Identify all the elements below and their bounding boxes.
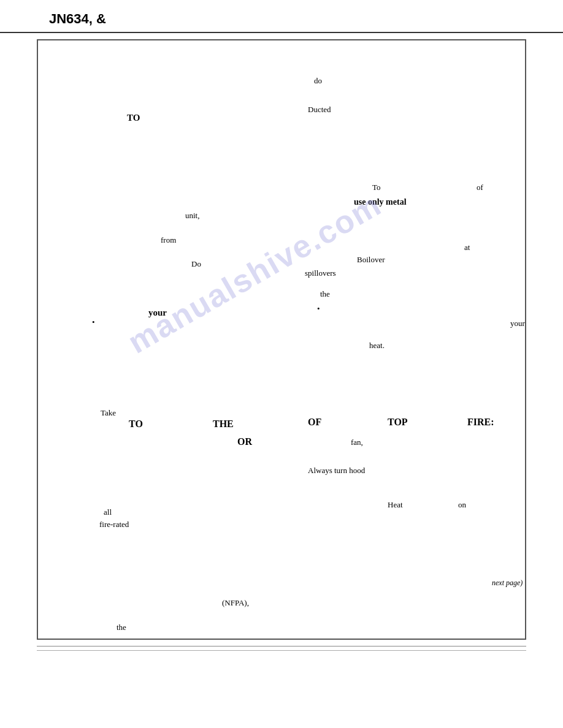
text-the: the xyxy=(320,289,330,299)
text-bullet2: • xyxy=(92,317,95,327)
text-use-only-metal: use only metal xyxy=(354,197,407,207)
text-OF: OF xyxy=(308,417,321,428)
text-bullet1: • xyxy=(317,304,320,314)
footer-line-1 xyxy=(37,646,526,646)
text-TO: TO xyxy=(127,113,140,123)
text-ducted: Ducted xyxy=(308,105,331,115)
text-fire-rated: fire-rated xyxy=(99,520,129,529)
text-spillovers: spillovers xyxy=(305,268,336,278)
text-your2: your xyxy=(510,319,525,328)
header: JN634, & xyxy=(0,0,563,33)
watermark-text: manualshive.com xyxy=(121,186,388,360)
text-from: from xyxy=(161,235,176,245)
text-THE: THE xyxy=(213,419,234,430)
text-To: To xyxy=(372,183,381,192)
text-on: on xyxy=(458,500,466,510)
text-Do: Do xyxy=(191,259,201,269)
text-TO2: TO xyxy=(129,419,143,430)
text-all: all xyxy=(104,507,112,517)
footer-line-2 xyxy=(37,650,526,651)
text-do: do xyxy=(314,76,322,86)
text-heat: heat. xyxy=(369,341,385,351)
header-title: JN634, & xyxy=(49,11,106,26)
text-Take: Take xyxy=(101,408,116,418)
text-TOP: TOP xyxy=(388,417,408,428)
text-NFPA: (NFPA), xyxy=(222,598,249,608)
text-OR: OR xyxy=(237,436,252,447)
page: JN634, & manualshive.com doDuctedTOToofu… xyxy=(0,0,563,728)
text-fan: fan, xyxy=(351,438,363,447)
text-always-turn-hood: Always turn hood xyxy=(308,466,365,476)
text-FIRE: FIRE: xyxy=(467,417,494,428)
text-Boilover: Boilover xyxy=(357,255,385,265)
text-Heat: Heat xyxy=(388,500,403,510)
text-of: of xyxy=(477,183,483,192)
text-unit: unit, xyxy=(185,211,199,221)
text-next-page: next page) xyxy=(492,578,523,588)
text-the2: the xyxy=(117,623,126,632)
text-your1: your xyxy=(148,308,167,318)
text-at: at xyxy=(464,243,470,252)
content-area: manualshive.com doDuctedTOToofuse only m… xyxy=(37,39,526,640)
